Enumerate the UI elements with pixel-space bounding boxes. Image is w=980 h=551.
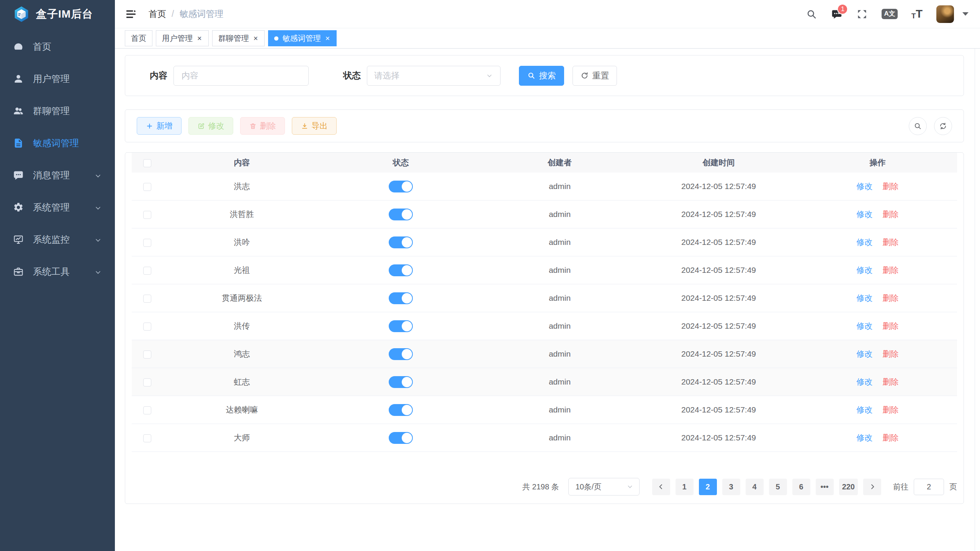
table-search-icon[interactable] (909, 117, 927, 135)
row-edit-link[interactable]: 修改 (857, 182, 873, 191)
page-button-5[interactable]: 5 (769, 479, 787, 495)
row-delete-link[interactable]: 删除 (883, 405, 899, 414)
row-delete-link[interactable]: 删除 (883, 433, 899, 442)
row-checkbox[interactable] (143, 239, 151, 247)
row-checkbox[interactable] (143, 295, 151, 303)
close-icon[interactable]: × (196, 34, 203, 42)
tab-用户管理[interactable]: 用户管理× (156, 30, 209, 46)
goto-page-input[interactable] (914, 479, 944, 495)
tab-首页[interactable]: 首页 (125, 30, 152, 46)
row-select-cell (132, 405, 162, 414)
status-toggle[interactable] (389, 432, 413, 444)
row-edit-link[interactable]: 修改 (857, 238, 873, 246)
tab-敏感词管理[interactable]: 敏感词管理× (268, 30, 337, 46)
translate-icon[interactable]: A文 (882, 9, 897, 19)
status-toggle[interactable] (389, 209, 413, 220)
page-button-4[interactable]: 4 (746, 479, 764, 495)
row-edit-link[interactable]: 修改 (857, 433, 873, 442)
sidebar-item-系统管理[interactable]: 系统管理 (0, 191, 115, 223)
status-toggle[interactable] (389, 348, 413, 360)
row-checkbox[interactable] (143, 183, 151, 191)
gear-icon (13, 202, 24, 213)
messages-icon[interactable]: 1 (831, 8, 843, 20)
sidebar-item-消息管理[interactable]: 消息管理 (0, 159, 115, 191)
row-delete-link[interactable]: 删除 (883, 210, 899, 218)
prev-page-icon[interactable] (652, 479, 670, 495)
close-icon[interactable]: × (253, 34, 259, 42)
reset-button[interactable]: 重置 (573, 66, 617, 86)
search-button[interactable]: 搜索 (519, 66, 564, 86)
status-filter-select[interactable]: 请选择 (367, 66, 501, 86)
tab-群聊管理[interactable]: 群聊管理× (212, 30, 265, 46)
breadcrumb-home[interactable]: 首页 (149, 8, 166, 20)
content-filter-input[interactable] (173, 66, 309, 86)
row-delete-link[interactable]: 删除 (883, 321, 899, 330)
row-checkbox[interactable] (143, 323, 151, 331)
row-delete-link[interactable]: 删除 (883, 293, 899, 302)
page-button-2[interactable]: 2 (699, 479, 717, 495)
status-toggle[interactable] (389, 404, 413, 416)
select-all-checkbox[interactable] (143, 159, 151, 167)
avatar[interactable] (936, 5, 954, 23)
scrollbar-track[interactable] (975, 49, 975, 551)
page-button-6[interactable]: 6 (792, 479, 810, 495)
page-button-220[interactable]: 220 (839, 479, 858, 495)
status-toggle[interactable] (389, 320, 413, 332)
row-edit-link[interactable]: 修改 (857, 321, 873, 330)
row-delete-link[interactable]: 删除 (883, 182, 899, 191)
status-cell (321, 236, 480, 248)
row-checkbox[interactable] (143, 406, 151, 414)
status-toggle[interactable] (389, 264, 413, 276)
row-checkbox[interactable] (143, 434, 151, 442)
row-checkbox[interactable] (143, 211, 151, 219)
download-icon (301, 122, 308, 130)
row-edit-link[interactable]: 修改 (857, 377, 873, 386)
chevron-down-icon[interactable] (962, 12, 969, 16)
row-edit-link[interactable]: 修改 (857, 405, 873, 414)
row-checkbox[interactable] (143, 350, 151, 359)
row-edit-link[interactable]: 修改 (857, 349, 873, 358)
add-button[interactable]: 新增 (137, 117, 182, 135)
row-edit-link[interactable]: 修改 (857, 210, 873, 218)
status-toggle[interactable] (389, 236, 413, 248)
sidebar-collapse-icon[interactable] (125, 8, 137, 20)
page-ellipsis[interactable]: ••• (816, 479, 834, 495)
sidebar-item-群聊管理[interactable]: 群聊管理 (0, 95, 115, 127)
table-refresh-icon[interactable] (934, 117, 952, 135)
column-header: 状态 (321, 157, 480, 168)
row-delete-link[interactable]: 删除 (883, 266, 899, 274)
sidebar-item-敏感词管理[interactable]: 敏感词管理 (0, 127, 115, 159)
row-checkbox[interactable] (143, 267, 151, 275)
row-delete-link[interactable]: 删除 (883, 238, 899, 246)
row-checkbox[interactable] (143, 378, 151, 386)
row-delete-link[interactable]: 删除 (883, 377, 899, 386)
status-toggle[interactable] (389, 292, 413, 304)
page-button-3[interactable]: 3 (722, 479, 740, 495)
page-button-1[interactable]: 1 (676, 479, 694, 495)
close-icon[interactable]: × (324, 34, 330, 42)
row-edit-link[interactable]: 修改 (857, 266, 873, 274)
row-edit-link[interactable]: 修改 (857, 293, 873, 302)
sidebar-item-系统工具[interactable]: 系统工具 (0, 256, 115, 288)
search-icon[interactable] (806, 8, 817, 20)
plus-icon (146, 122, 153, 130)
fullscreen-icon[interactable] (856, 8, 868, 20)
magnifier-icon (527, 72, 535, 80)
sidebar-item-label: 系统管理 (33, 201, 70, 214)
export-button[interactable]: 导出 (292, 117, 337, 135)
table-body: 洪志admin2024-12-05 12:57:49修改删除洪哲胜admin20… (132, 173, 957, 452)
row-delete-link[interactable]: 删除 (883, 349, 899, 358)
delete-button[interactable]: 删除 (240, 117, 285, 135)
logo-icon (13, 6, 30, 23)
toggle-knob (402, 405, 412, 415)
page-size-select[interactable]: 10条/页 (568, 478, 640, 496)
toolbox-icon (13, 266, 24, 277)
sidebar-item-首页[interactable]: 首页 (0, 31, 115, 63)
next-page-icon[interactable] (863, 479, 881, 495)
fontsize-icon[interactable]: TT (911, 8, 923, 20)
sidebar-item-系统监控[interactable]: 系统监控 (0, 223, 115, 256)
status-toggle[interactable] (389, 376, 413, 388)
edit-button[interactable]: 修改 (188, 117, 233, 135)
sidebar-item-用户管理[interactable]: 用户管理 (0, 63, 115, 95)
status-toggle[interactable] (389, 181, 413, 192)
